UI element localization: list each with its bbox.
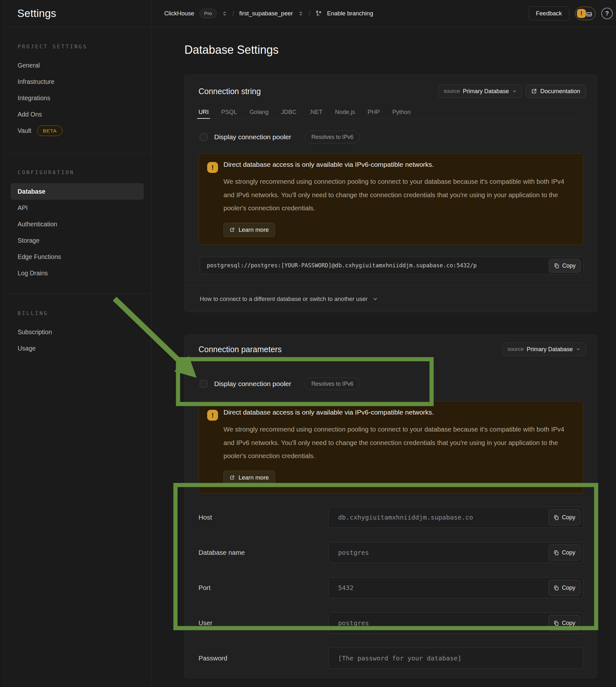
user-row: User postgres Copy bbox=[185, 605, 597, 641]
external-link-icon bbox=[229, 475, 235, 480]
field-label: Port bbox=[198, 584, 328, 592]
breadcrumb-org[interactable]: ClickHouse bbox=[164, 10, 194, 17]
external-link-icon bbox=[531, 88, 537, 94]
warning-title: Direct database access is only available… bbox=[223, 161, 434, 169]
database-name-row: Database name postgres Copy bbox=[185, 535, 597, 570]
external-link-icon bbox=[229, 227, 235, 232]
connection-parameters-header: Connection parameters source Primary Dat… bbox=[185, 335, 597, 364]
connection-parameters-title: Connection parameters bbox=[198, 345, 282, 354]
page-title: Database Settings bbox=[184, 43, 279, 57]
chevron-down-icon bbox=[576, 347, 581, 352]
sidebar-title: Settings bbox=[3, 0, 151, 27]
copy-icon bbox=[554, 263, 559, 268]
copy-button[interactable]: Copy bbox=[549, 259, 581, 272]
notification-alert-badge bbox=[577, 9, 586, 18]
section-header-billing: BILLING bbox=[3, 307, 151, 319]
sidebar-divider bbox=[3, 153, 151, 154]
beta-badge: BETA bbox=[37, 126, 62, 136]
chevron-down-icon bbox=[372, 296, 378, 302]
display-connection-pooler-checkbox[interactable] bbox=[200, 133, 207, 141]
org-switcher-icon[interactable] bbox=[222, 11, 227, 16]
sidebar-item-vault[interactable]: Vault BETA bbox=[3, 123, 151, 139]
connection-string-title: Connection string bbox=[198, 87, 261, 96]
sidebar-item-api[interactable]: API bbox=[3, 200, 151, 216]
password-field[interactable]: [The password for your database] bbox=[328, 648, 584, 669]
copy-icon bbox=[554, 620, 559, 626]
breadcrumb: ClickHouse Pro / first_supabase_peer / E… bbox=[164, 9, 373, 18]
inbox-tray-icon bbox=[586, 10, 593, 17]
sidebar-item-integrations[interactable]: Integrations bbox=[3, 90, 151, 106]
billing-group: BILLING Subscription Usage bbox=[3, 307, 151, 357]
project-settings-group: PROJECT SETTINGS General Infrastructure … bbox=[3, 40, 151, 139]
resolves-to-ipv6-badge: Resolves to IPv6 bbox=[305, 377, 359, 390]
sidebar-item-storage[interactable]: Storage bbox=[3, 232, 151, 249]
display-connection-pooler-checkbox[interactable] bbox=[200, 380, 207, 388]
connection-string-tabs: URI PSQL Golang JDBC .NET Node.js PHP Py… bbox=[198, 105, 583, 119]
sidebar-item-general[interactable]: General bbox=[3, 57, 151, 74]
user-field[interactable]: postgres Copy bbox=[328, 613, 584, 634]
how-to-connect-toggle[interactable]: How to connect to a different database o… bbox=[200, 285, 378, 312]
main-content: Database Settings Connection string sour… bbox=[151, 27, 616, 687]
alert-icon bbox=[207, 162, 218, 173]
section-header-project-settings: PROJECT SETTINGS bbox=[3, 40, 151, 53]
collapsed-nav-rail bbox=[0, 0, 3, 687]
host-row: Host db.cxhygiuitamxhniiddjm.supabase.co… bbox=[185, 500, 597, 535]
tab-nodejs[interactable]: Node.js bbox=[335, 105, 355, 118]
warning-body: We strongly recommend using connection p… bbox=[223, 423, 572, 463]
ipv6-warning-banner: Direct database access is only available… bbox=[198, 153, 584, 245]
learn-more-button[interactable]: Learn more bbox=[223, 471, 275, 485]
project-switcher-icon[interactable] bbox=[298, 11, 304, 16]
resolves-to-ipv6-badge: Resolves to IPv6 bbox=[305, 131, 359, 143]
tab-python[interactable]: Python bbox=[392, 105, 411, 118]
pooler-row: Display connection pooler Resolves to IP… bbox=[200, 377, 360, 390]
top-bar: ClickHouse Pro / first_supabase_peer / E… bbox=[151, 0, 616, 27]
copy-icon bbox=[554, 550, 559, 555]
tab-psql[interactable]: PSQL bbox=[221, 105, 237, 118]
tab-jdbc[interactable]: JDBC bbox=[281, 105, 296, 118]
chevron-down-icon bbox=[512, 89, 517, 94]
sidebar-divider bbox=[3, 293, 151, 294]
sidebar-item-add-ons[interactable]: Add Ons bbox=[3, 106, 151, 123]
plan-badge: Pro bbox=[199, 9, 217, 18]
tab-uri[interactable]: URI bbox=[198, 105, 209, 118]
copy-button[interactable]: Copy bbox=[548, 580, 580, 596]
notifications-button[interactable] bbox=[575, 7, 595, 20]
sidebar-item-infrastructure[interactable]: Infrastructure bbox=[3, 74, 151, 90]
top-bar-actions: Feedback bbox=[529, 6, 613, 21]
database-name-field[interactable]: postgres Copy bbox=[328, 542, 584, 563]
tab-dotnet[interactable]: .NET bbox=[309, 105, 323, 118]
port-row: Port 5432 Copy bbox=[185, 570, 597, 605]
sidebar-item-authentication[interactable]: Authentication bbox=[3, 216, 151, 232]
sidebar-item-database[interactable]: Database bbox=[10, 183, 144, 200]
source-select[interactable]: source Primary Database bbox=[438, 85, 522, 98]
copy-icon bbox=[554, 585, 559, 591]
sidebar-item-edge-functions[interactable]: Edge Functions bbox=[3, 249, 151, 265]
copy-button[interactable]: Copy bbox=[548, 615, 580, 631]
sidebar-item-subscription[interactable]: Subscription bbox=[3, 324, 151, 340]
learn-more-button[interactable]: Learn more bbox=[223, 223, 275, 237]
connection-parameter-fields: Host db.cxhygiuitamxhniiddjm.supabase.co… bbox=[185, 500, 597, 676]
help-icon[interactable] bbox=[601, 8, 613, 19]
connection-string-value: postgresql://postgres:[YOUR-PASSWORD]@db… bbox=[200, 257, 583, 274]
host-field[interactable]: db.cxhygiuitamxhniiddjm.supabase.co Copy bbox=[328, 507, 584, 528]
connection-string-field[interactable]: postgresql://postgres:[YOUR-PASSWORD]@db… bbox=[200, 257, 584, 274]
source-select[interactable]: source Primary Database bbox=[502, 342, 586, 356]
copy-button[interactable]: Copy bbox=[548, 509, 580, 525]
port-field[interactable]: 5432 Copy bbox=[328, 577, 584, 598]
tab-golang[interactable]: Golang bbox=[249, 105, 269, 118]
enable-branching-button[interactable]: Enable branching bbox=[327, 10, 373, 17]
sidebar-item-log-drains[interactable]: Log Drains bbox=[3, 265, 151, 281]
git-branch-icon bbox=[315, 10, 322, 17]
field-label: User bbox=[198, 619, 328, 627]
tab-php[interactable]: PHP bbox=[368, 105, 380, 118]
settings-sidebar: Settings PROJECT SETTINGS General Infras… bbox=[3, 0, 151, 687]
documentation-button[interactable]: Documentation bbox=[525, 85, 586, 98]
feedback-button[interactable]: Feedback bbox=[529, 6, 569, 21]
field-label: Host bbox=[198, 513, 328, 521]
sidebar-item-usage[interactable]: Usage bbox=[3, 340, 151, 357]
copy-icon bbox=[554, 515, 559, 520]
connection-string-header: Connection string source Primary Databas… bbox=[185, 75, 597, 108]
breadcrumb-project[interactable]: first_supabase_peer bbox=[239, 10, 293, 17]
copy-button[interactable]: Copy bbox=[548, 545, 580, 560]
connection-parameters-card: Connection parameters source Primary Dat… bbox=[184, 335, 597, 678]
